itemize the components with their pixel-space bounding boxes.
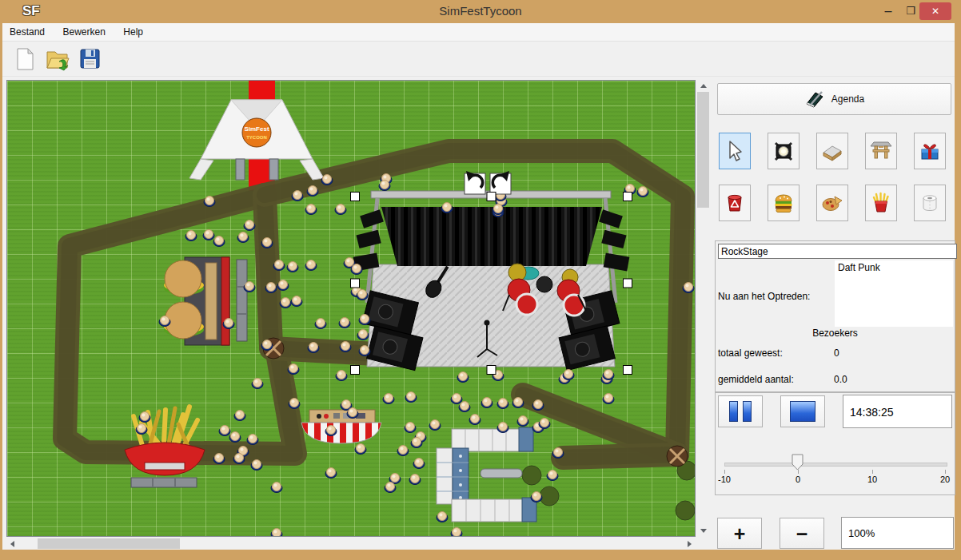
- speed-slider-track[interactable]: [724, 463, 947, 467]
- striped-stand[interactable]: [301, 410, 381, 443]
- new-file-button[interactable]: [10, 45, 39, 73]
- selection-handle[interactable]: [351, 279, 360, 288]
- visitor: [252, 379, 263, 389]
- window-border-bottom: [0, 550, 961, 560]
- save-icon: [76, 45, 105, 73]
- visitor: [325, 468, 337, 479]
- simfest-logo: [242, 118, 271, 147]
- menu-bestand[interactable]: Bestand: [2, 23, 52, 38]
- menu-help[interactable]: Help: [116, 23, 150, 38]
- rotate-right-button[interactable]: [490, 171, 511, 194]
- visitor: [357, 330, 369, 340]
- window-border-right: [955, 23, 961, 550]
- rotate-left-button[interactable]: [465, 171, 485, 194]
- minimize-button[interactable]: –: [878, 2, 899, 21]
- visitor: [517, 416, 528, 427]
- now-playing-box: Daft Punk: [835, 260, 953, 327]
- scroll-right-icon[interactable]: [688, 541, 692, 547]
- save-file-button[interactable]: [76, 45, 105, 73]
- toilet-block[interactable]: [437, 427, 536, 522]
- visitor: [409, 475, 421, 485]
- trash-bin-icon: [723, 191, 747, 215]
- open-file-button[interactable]: [43, 45, 72, 73]
- agenda-book-icon: [804, 90, 825, 108]
- stop-button[interactable]: [780, 395, 825, 427]
- selection-handle[interactable]: [624, 279, 632, 288]
- visitor: [459, 402, 470, 412]
- clock-display: 14:38:25: [843, 395, 952, 428]
- agenda-button[interactable]: Agenda: [717, 83, 951, 115]
- visitors-total-label: totaal geweest:: [718, 348, 783, 359]
- zoom-in-button[interactable]: +: [717, 518, 762, 549]
- svg-text:SimFest: SimFest: [244, 125, 269, 133]
- selection-handle[interactable]: [487, 366, 496, 375]
- zoom-out-button[interactable]: −: [780, 518, 824, 549]
- bench-horizontal[interactable]: [131, 478, 197, 487]
- visitor: [244, 220, 255, 231]
- visitors-avg-value: 0.0: [834, 374, 847, 385]
- vertical-scrollbar[interactable]: [696, 80, 710, 537]
- visitor: [405, 423, 416, 433]
- visitor: [451, 528, 462, 538]
- toolbar: [2, 42, 955, 77]
- visitor: [229, 432, 241, 443]
- window-border-left: [0, 23, 2, 550]
- visitor: [247, 435, 258, 445]
- visitor: [213, 236, 225, 247]
- visitor: [603, 370, 614, 380]
- tool-toilet-paper-button[interactable]: [914, 185, 946, 221]
- main-stage[interactable]: [353, 191, 630, 371]
- selection-handle[interactable]: [351, 366, 360, 375]
- close-button[interactable]: ✕: [919, 2, 951, 20]
- visitor: [405, 392, 417, 403]
- selection-handle[interactable]: [351, 193, 360, 201]
- slider-tick-minus10: -10: [718, 475, 731, 484]
- maximize-button[interactable]: ❒: [900, 2, 921, 21]
- vertical-scroll-thumb[interactable]: [697, 92, 709, 208]
- tool-pizza-button[interactable]: [816, 185, 848, 221]
- now-playing-value: Daft Punk: [838, 262, 880, 273]
- tool-stage-gate-button[interactable]: [865, 133, 897, 169]
- visitor: [451, 394, 462, 404]
- scroll-down-icon[interactable]: [700, 529, 707, 533]
- visitors-avg-label: gemiddeld aantal:: [718, 374, 794, 385]
- slider-tick-10: 10: [867, 475, 877, 484]
- svg-text:TYCOON: TYCOON: [246, 135, 267, 140]
- tool-fries-button[interactable]: [865, 185, 897, 221]
- visitor: [280, 298, 291, 308]
- tool-path-button[interactable]: [816, 133, 848, 169]
- visitor: [637, 187, 648, 197]
- stop-icon: [790, 401, 815, 422]
- bush: [522, 466, 541, 485]
- scroll-up-icon[interactable]: [700, 84, 707, 88]
- tool-spotlight-button[interactable]: [768, 133, 800, 169]
- bench-middle[interactable]: [480, 469, 522, 478]
- selection-handle[interactable]: [624, 193, 632, 201]
- pause-button[interactable]: [718, 395, 763, 427]
- gift-icon: [918, 139, 942, 163]
- festival-map-canvas[interactable]: SimFest TYCOON: [6, 80, 696, 537]
- visitor: [563, 370, 574, 380]
- scroll-left-icon[interactable]: [10, 541, 14, 547]
- bench-vertical[interactable]: [237, 260, 247, 341]
- selection-handle[interactable]: [487, 193, 496, 201]
- horizontal-scrollbar[interactable]: [6, 538, 696, 550]
- visitor: [305, 260, 317, 271]
- trash-bin-object[interactable]: [667, 446, 688, 467]
- menu-bewerken[interactable]: Bewerken: [56, 23, 113, 38]
- selection-handle[interactable]: [624, 366, 632, 375]
- visitors-total-value: 0: [834, 348, 839, 359]
- burger-stand[interactable]: [164, 257, 229, 345]
- tool-burger-button[interactable]: [768, 185, 800, 221]
- horizontal-scroll-thumb[interactable]: [38, 538, 180, 549]
- stage-name-input[interactable]: [718, 244, 957, 259]
- fries-icon: [869, 191, 893, 215]
- tool-trash-button[interactable]: [719, 185, 751, 221]
- visitor: [383, 394, 394, 404]
- tool-select-button[interactable]: [719, 133, 751, 169]
- pause-icon: [729, 401, 738, 422]
- transport-box: 14:38:25 -10 0 10 20: [715, 391, 955, 495]
- slider-tick-20: 20: [940, 475, 950, 484]
- visitor: [469, 415, 480, 425]
- tool-gift-button[interactable]: [914, 133, 946, 169]
